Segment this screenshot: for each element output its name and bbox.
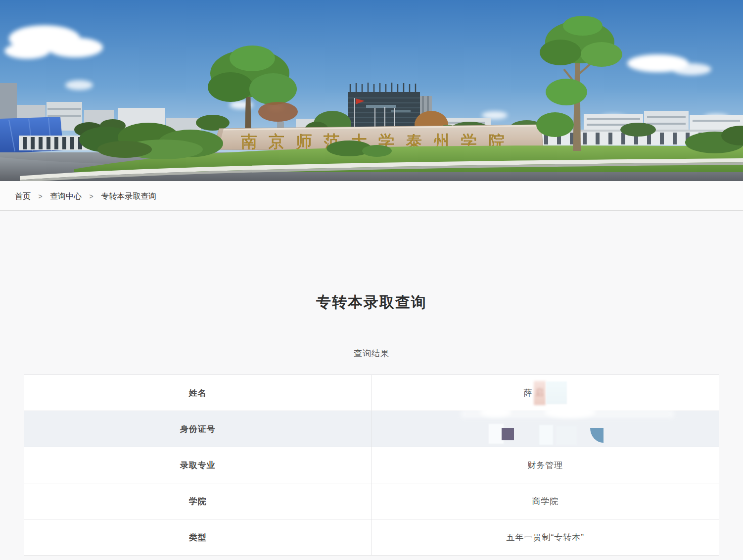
major-value: 财务管理 — [372, 447, 719, 483]
table-row-name: 姓名 薛 启 — [24, 375, 719, 411]
id-redaction-arc — [590, 428, 604, 443]
table-row-type: 类型 五年一贯制“专转本” — [24, 519, 719, 556]
name-redaction-blur: 启 — [534, 381, 546, 405]
campus-banner-image: 南京师范大学泰州学院 — [0, 0, 743, 181]
breadcrumb-home-link[interactable]: 首页 — [15, 191, 31, 202]
id-redaction-patch — [539, 425, 553, 445]
campus-photo: 南京师范大学泰州学院 — [0, 0, 743, 181]
result-subtitle: 查询结果 — [0, 348, 743, 359]
table-row-id-number: 身份证号 — [24, 411, 719, 447]
name-value-cell: 薛 启 — [372, 375, 719, 411]
id-number-label: 身份证号 — [24, 411, 372, 447]
table-row-major: 录取专业 财务管理 — [24, 447, 719, 483]
white-smudge — [544, 406, 596, 418]
breadcrumb-query-center-link[interactable]: 查询中心 — [50, 191, 82, 202]
breadcrumb: 首页 > 查询中心 > 专转本录取查询 — [0, 181, 743, 211]
id-number-value-cell — [372, 411, 719, 447]
id-redaction-patch — [556, 426, 577, 445]
breadcrumb-separator: > — [38, 192, 42, 200]
college-value: 商学院 — [372, 483, 719, 519]
table-row-college: 学院 商学院 — [24, 483, 719, 519]
main-content: 专转本录取查询 查询结果 姓名 薛 启 身份证号 — [0, 292, 743, 560]
result-table: 姓名 薛 启 身份证号 — [24, 374, 719, 556]
page-title: 专转本录取查询 — [0, 292, 743, 313]
name-label: 姓名 — [24, 375, 372, 411]
breadcrumb-current-page: 专转本录取查询 — [101, 191, 156, 202]
breadcrumb-separator: > — [90, 192, 93, 200]
name-value: 薛 — [524, 387, 533, 399]
id-redaction-square — [502, 428, 514, 440]
type-label: 类型 — [24, 519, 372, 556]
type-value: 五年一贯制“专转本” — [372, 519, 719, 556]
white-smudge — [480, 407, 511, 417]
name-redaction-patch — [546, 381, 567, 404]
college-label: 学院 — [24, 483, 372, 519]
major-label: 录取专业 — [24, 447, 372, 483]
